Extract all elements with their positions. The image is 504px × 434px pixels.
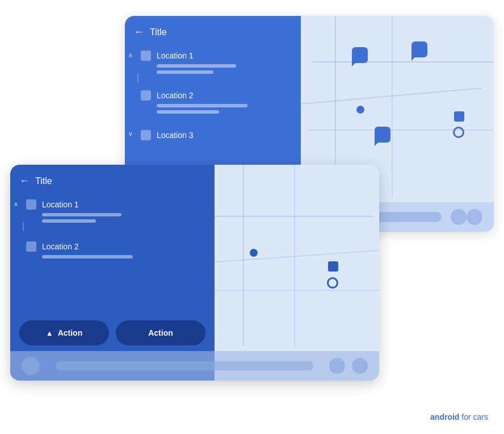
front-location-2[interactable]: Location 2 bbox=[10, 236, 215, 267]
road-v2 bbox=[392, 16, 393, 198]
back-panel-title: Title bbox=[150, 27, 167, 37]
watermark-normal: for cars bbox=[459, 412, 488, 422]
back-panel-header: ← Title bbox=[125, 16, 301, 45]
bottom-circle-2 bbox=[451, 209, 467, 225]
front-location-1[interactable]: ∧ Location 1 bbox=[10, 194, 215, 231]
front-panel-header: ← Title bbox=[10, 165, 215, 194]
front-sublines-1 bbox=[42, 213, 205, 223]
subline-1b bbox=[157, 70, 213, 74]
chat-shape-2 bbox=[411, 41, 427, 57]
front-location-name-1: Location 1 bbox=[42, 200, 79, 209]
location-name-1: Location 1 bbox=[157, 51, 194, 60]
action-icon-1: ▲ bbox=[46, 329, 53, 337]
back-arrow-icon[interactable]: ← bbox=[134, 26, 144, 38]
back-location-1[interactable]: ∧ Location 1 bbox=[125, 45, 301, 82]
action-bar: ▲ Action Action bbox=[10, 315, 215, 351]
location-row-1: Location 1 bbox=[141, 51, 292, 61]
front-subline-2a bbox=[42, 255, 133, 258]
chat-shape-3 bbox=[375, 127, 390, 143]
action-label-2: Action bbox=[148, 328, 173, 337]
front-road-v1 bbox=[243, 165, 244, 347]
front-back-arrow-icon[interactable]: ← bbox=[19, 175, 30, 187]
front-location-row-1: Location 1 bbox=[26, 199, 205, 210]
front-bottom-pill bbox=[56, 361, 313, 370]
action-label-1: Action bbox=[58, 328, 83, 337]
location-icon-3 bbox=[141, 130, 151, 140]
location-name-3: Location 3 bbox=[157, 131, 194, 140]
front-bottom-circle-3 bbox=[352, 358, 368, 374]
front-road-v2 bbox=[294, 165, 295, 347]
location-sublines-1 bbox=[157, 64, 292, 74]
map-square-1 bbox=[454, 111, 464, 122]
front-location-row-2: Location 2 bbox=[26, 241, 205, 252]
divider-1 bbox=[137, 73, 138, 82]
front-panel-title: Title bbox=[35, 176, 52, 186]
location-icon-2 bbox=[141, 90, 151, 101]
front-location-icon-1 bbox=[26, 199, 36, 210]
front-road-h2 bbox=[215, 250, 379, 262]
front-map-dot bbox=[250, 249, 258, 257]
front-divider-1 bbox=[23, 222, 24, 231]
subline-2a bbox=[157, 104, 247, 107]
front-panel: ← Title ∧ Location 1 Location 2 bbox=[10, 165, 215, 381]
front-chevron-1: ∧ bbox=[14, 201, 18, 208]
front-map-square bbox=[328, 261, 338, 272]
front-location-name-2: Location 2 bbox=[42, 242, 79, 251]
front-bottom-circle-2 bbox=[329, 358, 345, 374]
front-road-h3 bbox=[215, 290, 379, 291]
back-location-3[interactable]: ∨ Location 3 bbox=[125, 124, 301, 149]
map-ring-1 bbox=[453, 127, 464, 138]
front-location-icon-2 bbox=[26, 241, 36, 252]
location-row-2: Location 2 bbox=[141, 90, 292, 101]
bottom-circle-3 bbox=[467, 209, 482, 225]
chevron-icon-1: ∧ bbox=[128, 52, 133, 59]
subline-1a bbox=[157, 64, 236, 68]
location-row-3: Location 3 bbox=[141, 130, 292, 140]
location-name-2: Location 2 bbox=[157, 91, 194, 100]
front-map-ring bbox=[327, 277, 338, 289]
front-map bbox=[215, 165, 379, 381]
front-subline-1a bbox=[42, 213, 121, 216]
map-dot-1 bbox=[356, 106, 364, 114]
chat-shape-1 bbox=[352, 47, 368, 63]
front-card: ← Title ∧ Location 1 Location 2 bbox=[10, 165, 379, 381]
location-sublines-2 bbox=[157, 104, 292, 114]
location-icon-1 bbox=[141, 51, 151, 61]
front-bottom-circle-1 bbox=[22, 357, 40, 375]
front-bottom-bar bbox=[10, 351, 379, 381]
front-subline-1b bbox=[42, 219, 96, 223]
chevron-icon-3: ∨ bbox=[128, 130, 133, 137]
watermark: android for cars bbox=[430, 412, 488, 422]
watermark-bold: android bbox=[430, 412, 459, 422]
subline-2b bbox=[157, 110, 219, 114]
front-sublines-2 bbox=[42, 255, 205, 258]
action-button-1[interactable]: ▲ Action bbox=[19, 320, 109, 345]
back-location-2[interactable]: Location 2 bbox=[125, 85, 301, 122]
action-button-2[interactable]: Action bbox=[116, 320, 205, 345]
road-h1 bbox=[312, 61, 494, 62]
